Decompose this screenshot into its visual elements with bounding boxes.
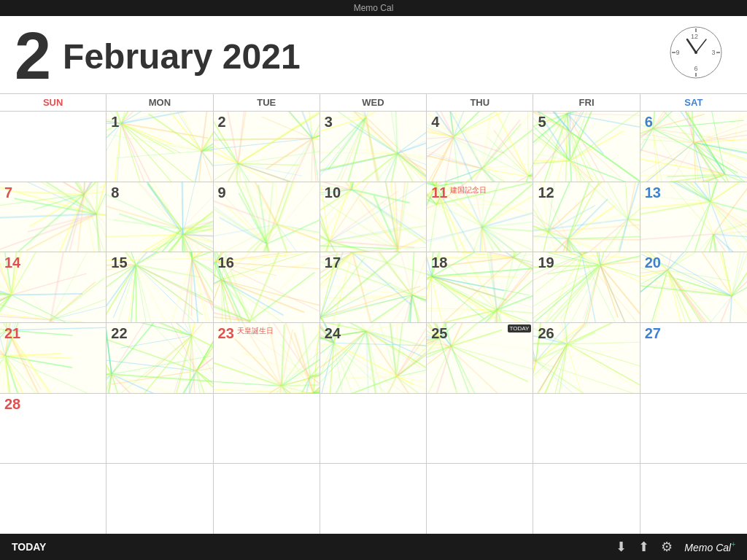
day-header-tue: TUE	[214, 94, 320, 111]
day-cell-empty	[0, 464, 107, 534]
starburst-decoration	[640, 112, 747, 182]
day-cell-16[interactable]: 16	[214, 252, 320, 322]
starburst-decoration	[0, 182, 106, 252]
day-cell-empty	[427, 464, 533, 534]
today-badge: TODAY	[508, 324, 532, 332]
day-number: 25	[431, 326, 447, 341]
day-number: 26	[538, 326, 554, 341]
day-headers-row: SUNMONTUEWEDTHUFRISAT	[0, 94, 747, 112]
day-number: 28	[4, 397, 20, 411]
day-cell-21[interactable]: 21	[0, 323, 107, 393]
day-cell-6[interactable]: 6	[640, 112, 747, 182]
day-cell-11[interactable]: 建国記念日11	[427, 182, 533, 252]
day-cell-1[interactable]: 1	[107, 112, 213, 182]
download-icon[interactable]: ⬇	[616, 539, 627, 555]
settings-icon[interactable]: ⚙	[661, 539, 673, 555]
week-row-4: 28	[0, 394, 747, 464]
day-cell-empty	[320, 464, 427, 534]
day-number: 3	[325, 114, 333, 129]
day-cell-empty	[320, 394, 427, 464]
day-cell-13[interactable]: 13	[640, 182, 747, 252]
day-cell-18[interactable]: 18	[427, 252, 533, 322]
day-cell-empty	[107, 464, 213, 534]
day-number: 13	[645, 185, 661, 200]
day-number: 11	[431, 185, 447, 200]
today-button[interactable]: TODAY	[12, 541, 46, 553]
day-cell-10[interactable]: 10	[320, 182, 427, 252]
day-number: 27	[645, 326, 661, 341]
day-number: 17	[325, 255, 341, 270]
day-number: 22	[111, 326, 127, 341]
svg-text:12: 12	[691, 33, 698, 40]
day-cell-3[interactable]: 3	[320, 112, 427, 182]
day-cell-empty	[214, 394, 320, 464]
week-row-1: 78910建国記念日111213	[0, 182, 747, 253]
day-cell-19[interactable]: 19	[533, 252, 640, 322]
svg-line-10	[696, 39, 706, 52]
day-cell-26[interactable]: 26	[533, 323, 640, 393]
day-header-sat: SAT	[640, 94, 747, 111]
day-cell-9[interactable]: 9	[214, 182, 320, 252]
starburst-decoration	[320, 112, 426, 182]
day-cell-27[interactable]: 27	[640, 323, 747, 393]
day-number: 24	[325, 326, 341, 341]
day-number: 7	[4, 185, 12, 200]
day-cell-empty	[533, 394, 640, 464]
day-cell-5[interactable]: 5	[533, 112, 640, 182]
week-row-5	[0, 464, 747, 534]
day-header-thu: THU	[427, 94, 533, 111]
svg-text:6: 6	[694, 65, 697, 72]
starburst-decoration	[214, 112, 320, 182]
day-number: 19	[538, 255, 554, 270]
day-cell-23[interactable]: 天皇誕生日23	[214, 323, 320, 393]
day-cell-20[interactable]: 20	[640, 252, 747, 322]
day-cell-empty	[214, 464, 320, 534]
starburst-decoration	[533, 112, 639, 182]
day-cell-8[interactable]: 8	[107, 182, 213, 252]
day-number: 14	[4, 255, 20, 270]
day-cell-2[interactable]: 2	[214, 112, 320, 182]
day-cell-25[interactable]: TODAY25	[427, 323, 533, 393]
day-cell-7[interactable]: 7	[0, 182, 107, 252]
day-cell-12[interactable]: 12	[533, 182, 640, 252]
day-cell-4[interactable]: 4	[427, 112, 533, 182]
bottom-right-actions: ⬇ ⬆ ⚙ Memo Cal+	[616, 539, 735, 555]
day-header-wed: WED	[320, 94, 427, 111]
holiday-label: 建国記念日	[450, 185, 487, 195]
day-cell-22[interactable]: 22	[107, 323, 213, 393]
day-number: 21	[4, 326, 20, 341]
day-cell-empty	[427, 394, 533, 464]
day-header-mon: MON	[107, 94, 213, 111]
week-row-2: 14151617181920	[0, 252, 747, 323]
svg-line-9	[687, 39, 696, 52]
day-number: 15	[111, 255, 127, 270]
day-number: 23	[218, 326, 234, 341]
day-cell-15[interactable]: 15	[107, 252, 213, 322]
day-number: 18	[431, 255, 447, 270]
day-cell-28[interactable]: 28	[0, 394, 107, 464]
day-cell-empty	[0, 112, 107, 182]
day-number: 12	[538, 185, 554, 200]
day-cell-empty	[107, 394, 213, 464]
day-cell-empty	[533, 464, 640, 534]
month-title: February 2021	[63, 36, 301, 77]
day-number: 20	[645, 255, 661, 270]
app-title: Memo Cal	[354, 3, 394, 13]
day-number: 16	[218, 255, 234, 270]
day-number: 5	[538, 114, 546, 129]
day-cell-14[interactable]: 14	[0, 252, 107, 322]
day-number: 2	[218, 114, 226, 129]
svg-point-11	[694, 51, 697, 54]
starburst-decoration	[214, 182, 320, 252]
month-number: 2	[15, 23, 51, 89]
day-cell-17[interactable]: 17	[320, 252, 427, 322]
starburst-decoration	[107, 112, 212, 182]
share-icon[interactable]: ⬆	[638, 539, 649, 555]
top-bar: Memo Cal	[0, 0, 747, 16]
day-number: 1	[111, 114, 119, 129]
week-row-3: 2122天皇誕生日2324TODAY252627	[0, 323, 747, 394]
day-number: 8	[111, 185, 119, 200]
day-cell-24[interactable]: 24	[320, 323, 427, 393]
day-number: 10	[325, 185, 341, 200]
day-cell-empty	[640, 394, 747, 464]
